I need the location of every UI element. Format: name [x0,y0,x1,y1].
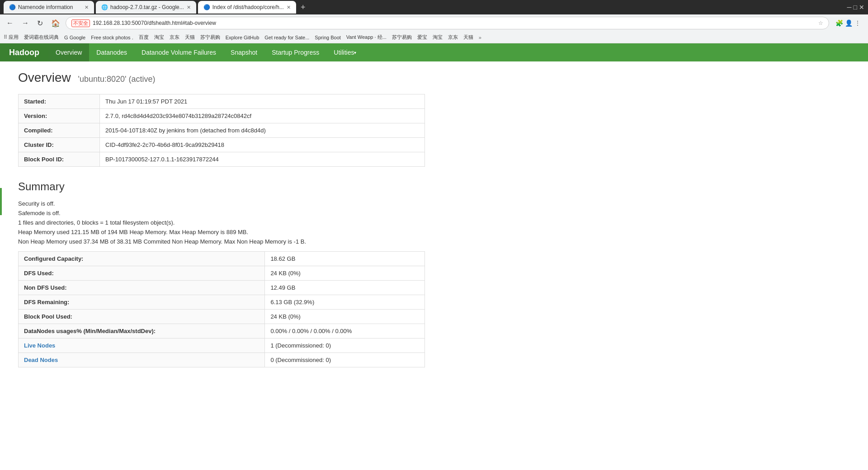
bookmark-taobao2[interactable]: 淘宝 [433,34,443,41]
home-button[interactable]: 🏠 [48,18,63,28]
overview-row-value: CID-4df93fe2-2c70-4b6d-8f01-9ca992b29418 [100,138,425,152]
bookmark-suning[interactable]: 苏宁易购 [200,34,220,41]
tab-title-1: Namenode information [18,4,82,10]
summary-row: DFS Used:24 KB (0%) [19,266,425,281]
overview-row-value: 2.7.0, rd4c8d4d4d203c934e8074b31289a2872… [100,109,425,123]
tab-close-3[interactable]: ✕ [287,5,291,10]
overview-row: Block Pool ID:BP-1017300052-127.0.1.1-16… [19,152,425,167]
nav-datanodes[interactable]: Datanodes [89,43,134,61]
extensions-icon[interactable]: 🧩 [835,19,843,27]
overview-row-label: Compiled: [19,123,100,138]
bookmark-vant[interactable]: Vant Weapp · 经... [346,34,387,41]
restore-button[interactable]: □ [854,4,857,11]
summary-line: Heap Memory used 121.15 MB of 194 MB Hea… [18,229,524,235]
tab-favicon-2: 🌐 [101,4,108,10]
summary-row-label: Configured Capacity: [19,252,265,266]
url-text: 192.168.28.130:50070/dfshealth.html#tab-… [93,20,816,26]
hadoop-nav: Hadoop Overview Datanodes Datanode Volum… [0,43,868,61]
address-bar[interactable]: 不安全 192.168.28.130:50070/dfshealth.html#… [66,17,829,29]
summary-row-value: 1 (Decommissioned: 0) [265,338,425,353]
overview-row-value: 2015-04-10T18:40Z by jenkins from (detac… [100,123,425,138]
summary-row-value: 18.62 GB [265,252,425,266]
summary-row-label: DataNodes usages% (Min/Median/Max/stdDev… [19,324,265,338]
bookmark-tianmao[interactable]: 天猫 [185,34,195,41]
bookmarks-bar: ⠿ 应用 爱词霸在线词典 G Google Free stock photos … [0,32,868,43]
summary-table: Configured Capacity:18.62 GBDFS Used:24 … [18,251,425,367]
page-title: Overview 'ubuntu:8020' (active) [18,70,524,85]
bookmark-suning2[interactable]: 苏宁易购 [392,34,412,41]
summary-row-label: Dead Nodes [19,353,265,367]
browser-tab-3[interactable]: 🔵 Index of /dist/hadoop/core/h... ✕ [198,1,296,14]
summary-line: Non Heap Memory used 37.34 MB of 38.31 M… [18,238,524,245]
menu-icon[interactable]: ⋮ [854,19,861,27]
bookmark-aibao[interactable]: 爱宝 [417,34,427,41]
bookmark-jd[interactable]: 京东 [170,34,179,41]
summary-row: DFS Remaining:6.13 GB (32.9%) [19,295,425,310]
overview-info-table: Started:Thu Jun 17 01:19:57 PDT 2021Vers… [18,94,425,167]
more-bookmarks[interactable]: » [479,35,481,40]
nav-overview[interactable]: Overview [48,43,89,61]
bookmark-github[interactable]: Explore GitHub [226,35,259,40]
bookmark-free-stock[interactable]: Free stock photos . [91,35,133,40]
overview-row-label: Version: [19,109,100,123]
tab-favicon-1: 🔵 [9,4,15,10]
profile-icon[interactable]: 👤 [845,19,853,27]
summary-row: DataNodes usages% (Min/Median/Max/stdDev… [19,324,425,338]
summary-row-value: 12.49 GB [265,281,425,295]
summary-line: 1 files and directories, 0 blocks = 1 to… [18,219,524,226]
bookmark-baidu[interactable]: 百度 [139,34,149,41]
bookmark-getready[interactable]: Get ready for Sate... [264,35,309,40]
browser-controls: ← → ↻ 🏠 不安全 192.168.28.130:50070/dfsheal… [0,14,868,32]
summary-row: Non DFS Used:12.49 GB [19,281,425,295]
forward-button[interactable]: → [19,18,32,28]
browser-tab-1[interactable]: 🔵 Namenode information ✕ [4,1,94,14]
nav-startup-progress[interactable]: Startup Progress [264,43,326,61]
back-button[interactable]: ← [4,18,16,28]
overview-row: Cluster ID:CID-4df93fe2-2c70-4b6d-8f01-9… [19,138,425,152]
nav-utilities[interactable]: Utilities [326,43,363,61]
bookmark-taobao[interactable]: 淘宝 [154,34,164,41]
summary-row-value: 0.00% / 0.00% / 0.00% / 0.00% [265,324,425,338]
main-content: Overview 'ubuntu:8020' (active) Started:… [0,61,542,376]
left-accent [0,188,2,215]
bookmark-aiciba[interactable]: 爱词霸在线词典 [24,34,59,41]
tab-close-2[interactable]: ✕ [187,5,191,10]
page-subtitle: 'ubuntu:8020' (active) [78,75,155,84]
bookmark-tianmao2[interactable]: 天猫 [463,34,473,41]
overview-row-value: BP-1017300052-127.0.1.1-1623917872244 [100,152,425,167]
tab-favicon-3: 🔵 [203,4,210,10]
overview-row: Version:2.7.0, rd4c8d4d4d203c934e8074b31… [19,109,425,123]
summary-row-label: Non DFS Used: [19,281,265,295]
browser-tab-2[interactable]: 🌐 hadoop-2.7.0.tar.gz - Google... ✕ [96,1,196,14]
summary-row: Live Nodes1 (Decommissioned: 0) [19,338,425,353]
browser-icons: 🧩 👤 ⋮ [832,19,864,27]
bookmark-springboot[interactable]: Spring Boot [315,35,340,40]
summary-row-label: DFS Used: [19,266,265,281]
bookmark-google[interactable]: G Google [64,35,85,40]
nav-snapshot[interactable]: Snapshot [223,43,264,61]
summary-row-label: Block Pool Used: [19,310,265,324]
summary-row-value: 24 KB (0%) [265,310,425,324]
refresh-button[interactable]: ↻ [34,18,46,28]
summary-line: Security is off. [18,200,524,207]
summary-row: Dead Nodes0 (Decommissioned: 0) [19,353,425,367]
overview-row-label: Block Pool ID: [19,152,100,167]
bookmark-jd2[interactable]: 京东 [448,34,458,41]
bookmark-apps[interactable]: ⠿ 应用 [4,34,19,41]
summary-row-link[interactable]: Dead Nodes [24,357,58,363]
summary-title: Summary [18,180,524,193]
minimize-button[interactable]: ─ [847,4,852,11]
summary-row-link[interactable]: Live Nodes [24,342,55,349]
new-tab-button[interactable]: + [298,3,308,12]
summary-row-value: 0 (Decommissioned: 0) [265,353,425,367]
overview-row: Compiled:2015-04-10T18:40Z by jenkins fr… [19,123,425,138]
close-button[interactable]: ✕ [859,4,864,11]
nav-items: Overview Datanodes Datanode Volume Failu… [48,43,363,61]
summary-lines: Security is off.Safemode is off.1 files … [18,200,524,245]
security-icon: 不安全 [71,19,90,27]
tab-close-1[interactable]: ✕ [85,5,89,10]
nav-datanode-volume-failures[interactable]: Datanode Volume Failures [134,43,223,61]
star-icon[interactable]: ☆ [818,20,823,26]
overview-row-value: Thu Jun 17 01:19:57 PDT 2021 [100,94,425,109]
browser-chrome: 🔵 Namenode information ✕ 🌐 hadoop-2.7.0.… [0,0,868,43]
